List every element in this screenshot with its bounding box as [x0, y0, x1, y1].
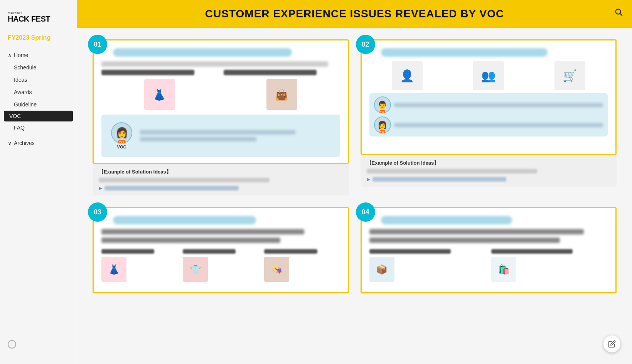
solution-section-01: 【Example of Solution Ideas】 ▶ — [93, 164, 349, 195]
card-01[interactable]: 01 👗 — [93, 39, 349, 164]
card-02[interactable]: 02 👤 👥 — [361, 39, 617, 155]
sidebar-item-faq[interactable]: FAQ — [0, 121, 77, 134]
sidebar-item-archives[interactable]: ∨ Archives — [0, 137, 77, 149]
avatar-voc-label: VOC — [118, 140, 125, 143]
avatar-voc-01: VOC — [379, 110, 385, 113]
page-title: CUSTOMER EXPERIENCE ISSUES REVEALED BY V… — [93, 8, 617, 20]
card-wrapper-01: 01 👗 — [93, 39, 349, 195]
edit-icon — [608, 340, 616, 348]
logo-hackfest: HACK FEST — [8, 15, 69, 23]
card-01-image1: 👗 — [144, 79, 175, 110]
card-02-image2: 👥 — [473, 61, 504, 90]
card-01-label2 — [224, 70, 317, 75]
card-04-text2 — [369, 238, 560, 243]
card-02-avatar-row-2: 👩 VOC — [374, 116, 603, 133]
card-04-image2: 🛍️ — [491, 257, 516, 282]
svg-line-1 — [620, 13, 622, 15]
main-content: CUSTOMER EXPERIENCE ISSUES REVEALED BY V… — [77, 0, 632, 364]
card-02-image1: 👤 — [392, 61, 423, 90]
card-02-image3: 🛒 — [554, 61, 585, 90]
edit-button[interactable] — [603, 335, 620, 352]
card-01-topic — [113, 48, 292, 57]
sidebar-item-schedule[interactable]: Schedule — [0, 61, 77, 74]
card-03[interactable]: 03 👗 — [93, 207, 349, 293]
avatar-text-2 — [140, 137, 256, 142]
card-03-text2 — [101, 238, 280, 243]
card-04-topic — [381, 216, 512, 224]
solution-section-02: 【Example of Solution Ideas】 ▶ — [361, 155, 617, 187]
card-number-02: 02 — [356, 35, 375, 54]
search-icon — [614, 8, 623, 16]
solution-bar-01 — [99, 178, 270, 182]
card-04[interactable]: 04 📦 — [361, 207, 617, 293]
card-04-text1 — [369, 229, 584, 234]
card-03-topic — [113, 216, 256, 224]
sidebar: mercari HACK FEST FY2023 Spring ∧ Home S… — [0, 0, 77, 364]
sidebar-item-awards[interactable]: Awards — [0, 86, 77, 98]
avatar-text-row2 — [394, 123, 603, 127]
home-label: Home — [14, 52, 28, 58]
solution-link-01[interactable]: ▶ — [99, 185, 343, 191]
card-01-subtitle — [101, 61, 328, 67]
sidebar-bottom: i — [0, 332, 77, 356]
avatar-voc-02: VOC — [379, 130, 385, 133]
card-01-label1 — [101, 70, 194, 75]
card-03-label2 — [183, 249, 236, 254]
page-header: CUSTOMER EXPERIENCE ISSUES REVEALED BY V… — [77, 0, 632, 28]
chevron-up-icon: ∧ — [8, 52, 12, 58]
solution-bar-02 — [367, 169, 538, 174]
search-button[interactable] — [613, 6, 624, 18]
solution-title-01: 【Example of Solution Ideas】 — [99, 169, 343, 175]
card-03-text1 — [101, 229, 304, 234]
card-04-label1 — [369, 249, 451, 254]
card-wrapper-02: 02 👤 👥 — [361, 39, 617, 195]
chevron-down-icon: ∨ — [8, 140, 12, 146]
avatar-text-row1 — [394, 103, 603, 107]
solution-link-02[interactable]: ▶ — [367, 177, 611, 182]
sidebar-item-home[interactable]: ∧ Home — [0, 49, 77, 61]
card-03-image3: 👒 — [264, 257, 289, 282]
sidebar-item-voc[interactable]: VOC — [4, 111, 73, 121]
voc-text: VOC — [117, 145, 126, 149]
sidebar-nav: ∧ Home Schedule Ideas Awards Guideline V… — [0, 49, 77, 149]
card-01-image2: 👜 — [266, 79, 297, 110]
avatar-text-1 — [140, 130, 295, 135]
arrow-icon-01: ▶ — [99, 185, 102, 191]
cards-grid: 01 👗 — [77, 28, 632, 305]
card-03-image1: 👗 — [101, 257, 126, 282]
card-04-image1: 📦 — [369, 257, 394, 282]
card-wrapper-04: 04 📦 — [361, 207, 617, 293]
solution-link-bar-01 — [104, 186, 239, 190]
card-03-label1 — [101, 249, 154, 254]
solution-title-02: 【Example of Solution Ideas】 — [367, 160, 611, 167]
card-number-04: 04 — [356, 202, 375, 222]
card-04-label2 — [491, 249, 573, 254]
card-wrapper-03: 03 👗 — [93, 207, 349, 293]
info-icon[interactable]: i — [8, 340, 16, 349]
season-label: FY2023 Spring — [0, 30, 77, 49]
card-02-avatar-row-1: 👨 VOC — [374, 96, 603, 113]
card-number-01: 01 — [88, 35, 107, 54]
archives-label: Archives — [14, 140, 35, 146]
card-03-label3 — [264, 249, 317, 254]
solution-link-bar-02 — [372, 177, 507, 182]
card-02-topic — [381, 48, 548, 57]
card-01-avatar: 👩 VOC VOC — [107, 118, 136, 153]
sidebar-item-guideline[interactable]: Guideline — [0, 98, 77, 111]
card-03-image2: 👕 — [183, 257, 208, 282]
arrow-icon-02: ▶ — [367, 177, 370, 182]
card-number-03: 03 — [88, 202, 107, 222]
sidebar-item-ideas[interactable]: Ideas — [0, 74, 77, 86]
logo: mercari HACK FEST — [0, 8, 77, 30]
